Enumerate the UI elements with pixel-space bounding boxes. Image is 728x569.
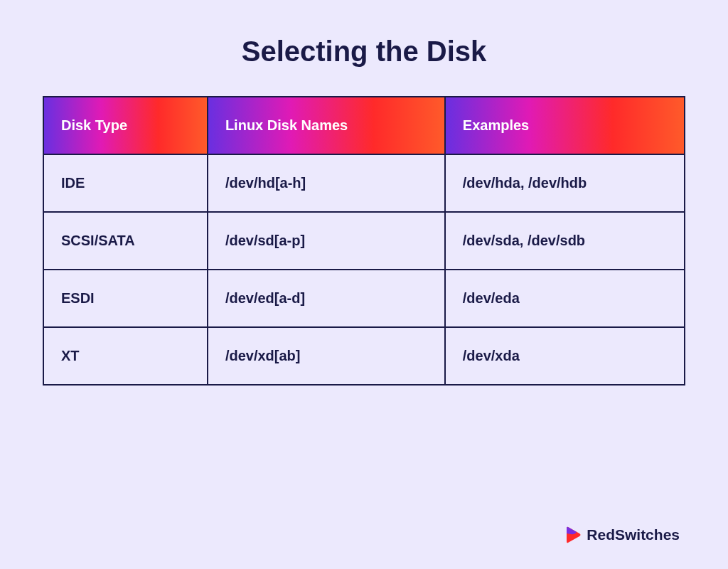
cell-examples: /dev/eda <box>445 270 685 327</box>
disk-table: Disk Type Linux Disk Names Examples IDE … <box>43 96 685 385</box>
play-icon <box>567 526 582 543</box>
page-title: Selecting the Disk <box>43 36 685 68</box>
table-header-row: Disk Type Linux Disk Names Examples <box>43 97 685 154</box>
brand-logo: RedSwitches <box>567 526 680 543</box>
table-row: IDE /dev/hd[a-h] /dev/hda, /dev/hdb <box>43 154 685 212</box>
table-row: SCSI/SATA /dev/sd[a-p] /dev/sda, /dev/sd… <box>43 212 685 270</box>
cell-examples: /dev/xda <box>445 327 685 385</box>
table-row: XT /dev/xd[ab] /dev/xda <box>43 327 685 385</box>
header-examples: Examples <box>445 97 685 154</box>
header-disk-type: Disk Type <box>43 97 208 154</box>
cell-disk-type: ESDI <box>43 270 208 327</box>
cell-linux-names: /dev/sd[a-p] <box>208 212 445 270</box>
cell-linux-names: /dev/hd[a-h] <box>208 154 445 212</box>
cell-examples: /dev/sda, /dev/sdb <box>445 212 685 270</box>
cell-disk-type: XT <box>43 327 208 385</box>
header-linux-names: Linux Disk Names <box>208 97 445 154</box>
cell-linux-names: /dev/ed[a-d] <box>208 270 445 327</box>
cell-linux-names: /dev/xd[ab] <box>208 327 445 385</box>
table-row: ESDI /dev/ed[a-d] /dev/eda <box>43 270 685 327</box>
cell-examples: /dev/hda, /dev/hdb <box>445 154 685 212</box>
brand-name: RedSwitches <box>587 526 680 543</box>
cell-disk-type: SCSI/SATA <box>43 212 208 270</box>
cell-disk-type: IDE <box>43 154 208 212</box>
